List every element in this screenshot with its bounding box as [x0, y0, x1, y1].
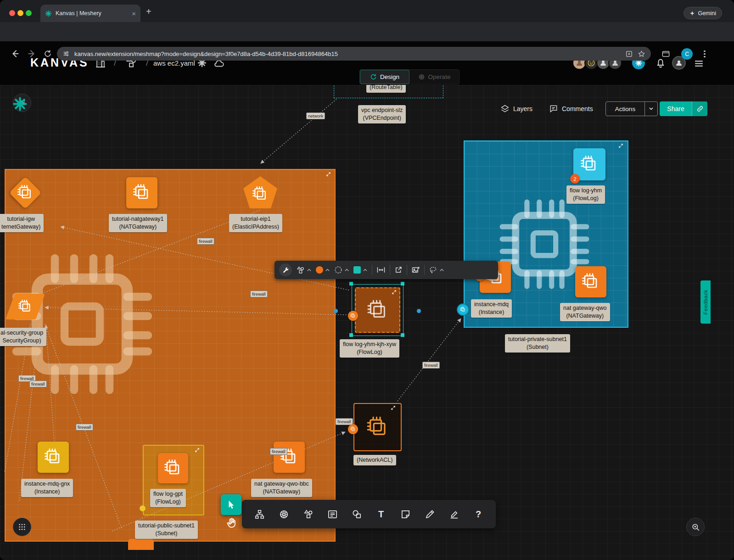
feedback-tab[interactable]: Feedback [700, 280, 711, 324]
new-tab-button[interactable]: + [146, 6, 151, 17]
chip-icon [367, 299, 389, 321]
tab-design[interactable]: Design [360, 70, 409, 84]
vpc-endpoint-label[interactable]: vpc endpoint-slz(VPCEndpoint) [358, 105, 406, 123]
flowlog-selected-label[interactable]: flow log-yhm-kjh-xyw(FlowLog) [340, 339, 399, 358]
security-group-node[interactable] [10, 294, 40, 319]
lasso-select-button[interactable] [429, 266, 444, 274]
actions-button[interactable]: Actions [606, 102, 644, 116]
select-tool-button[interactable] [221, 494, 241, 515]
save-icon[interactable] [625, 50, 633, 58]
elastic-ip-node[interactable] [243, 176, 277, 208]
flowlog-gpt-node[interactable] [158, 453, 188, 483]
address-bar[interactable]: kanvas.new/extension/meshmap?mode=design… [57, 47, 651, 61]
chip-icon [252, 186, 269, 202]
selection-handle-se[interactable] [401, 333, 404, 337]
add-image-button[interactable] [411, 266, 420, 274]
network-acl-badge[interactable] [348, 424, 358, 434]
forward-button[interactable] [27, 49, 37, 59]
comments-button[interactable]: Comments [549, 101, 593, 116]
connect-nodes-tool[interactable] [252, 507, 267, 521]
pan-tool-button[interactable] [226, 517, 238, 529]
nat-gateway-bbc-label[interactable]: nat gateway-qwo-bbc(NATGateway) [251, 479, 312, 497]
nat-gateway-bbc-node[interactable] [274, 442, 305, 473]
nat-gateway-qwo-node[interactable] [575, 266, 606, 297]
copy-link-button[interactable] [692, 101, 707, 116]
selection-style-button[interactable] [353, 266, 368, 274]
connection-port-left[interactable] [334, 309, 338, 313]
edge-label-firewall: firewall [422, 362, 440, 369]
marker-tool[interactable] [447, 507, 461, 521]
nat-gateway-1-node[interactable] [126, 177, 157, 208]
network-acl-label[interactable]: (NetworkACL) [353, 455, 396, 465]
gemini-button[interactable]: Gemini [684, 7, 722, 19]
flowlog-selected-badge[interactable] [348, 311, 358, 321]
fill-color-button[interactable] [316, 266, 330, 274]
sticky-note-tool[interactable] [398, 507, 413, 521]
connection-port-right[interactable] [417, 309, 421, 313]
nat-gateway-1-label[interactable]: tutorial-natgateway1(NATGateway) [109, 214, 167, 232]
tab-close-icon[interactable]: × [132, 10, 136, 17]
clipped-node[interactable] [128, 539, 154, 550]
kubernetes-tool[interactable] [276, 507, 291, 521]
instance-gnx-node[interactable] [38, 442, 69, 473]
notifications-bell-icon[interactable] [655, 57, 666, 68]
expand-icon[interactable] [392, 290, 397, 295]
browser-panel-icon[interactable] [661, 50, 670, 58]
private-subnet-label[interactable]: tutorial-private-subnet1(Subnet) [505, 334, 570, 353]
panel-icon [327, 509, 338, 520]
layers-button[interactable]: Layers [500, 101, 532, 116]
media-tool[interactable] [349, 507, 364, 521]
selection-handle-sw[interactable] [349, 333, 353, 337]
tab-operate[interactable]: Operate [409, 70, 459, 84]
browser-tab[interactable]: Kanvas | Meshery × [40, 5, 140, 22]
instance-gnx-label[interactable]: instance-mdq-gnx(Instance) [21, 479, 73, 497]
share-button[interactable]: Share [660, 101, 692, 116]
open-in-new-button[interactable] [394, 266, 403, 274]
expand-icon[interactable] [195, 448, 200, 453]
window-zoom-button[interactable] [26, 10, 32, 16]
actions-dropdown-button[interactable] [644, 102, 657, 116]
selection-handle-ne[interactable] [401, 282, 404, 286]
back-button[interactable] [10, 49, 20, 59]
selection-handle-nw[interactable] [349, 282, 353, 286]
site-settings-icon[interactable] [62, 50, 70, 57]
resize-width-button[interactable] [376, 265, 386, 274]
subnet-chip-watermark [5, 232, 162, 416]
nat-gateway-qwo-label[interactable]: nat gateway-qwo(NATGateway) [560, 303, 610, 321]
shapes-tool[interactable] [301, 507, 315, 521]
flowlog-gpt-port-dot[interactable] [140, 505, 146, 511]
text-tool[interactable]: T [374, 507, 388, 521]
internet-gateway-label[interactable]: tutorial-igwternetGateway) [0, 214, 44, 232]
window-close-button[interactable] [9, 10, 15, 16]
public-subnet-label[interactable]: tutorial-public-subnet1(Subnet) [135, 521, 198, 539]
app-menu-icon[interactable] [693, 58, 705, 69]
browser-profile-avatar[interactable]: C [681, 48, 693, 60]
help-button[interactable]: ? [471, 507, 486, 521]
reload-button[interactable] [43, 49, 52, 58]
note-icon [400, 509, 411, 520]
notes-panel-tool[interactable] [325, 507, 340, 521]
instance-mdq-label[interactable]: instance-mdq(Instance) [471, 299, 512, 318]
expand-icon[interactable] [391, 405, 396, 410]
apps-grid-button[interactable] [13, 518, 31, 536]
kanvas-logo-icon[interactable] [12, 96, 28, 112]
subnet-connection-handle[interactable] [457, 303, 469, 316]
window-minimize-button[interactable] [17, 10, 23, 16]
chip-icon [350, 313, 356, 319]
flowlog-yhm-label[interactable]: flow log-yhm(FlowLog) [566, 185, 605, 204]
node-settings-button[interactable] [279, 263, 292, 276]
stroke-style-button[interactable] [334, 266, 349, 274]
expand-icon[interactable] [326, 172, 331, 177]
flowlog-gpt-label[interactable]: flow log-gpt(FlowLog) [150, 489, 186, 507]
bookmark-star-icon[interactable] [638, 50, 645, 58]
expand-icon[interactable] [618, 143, 623, 148]
zoom-search-button[interactable] [686, 518, 705, 536]
elastic-ip-label[interactable]: tutorial-eip1(ElasticIPAddress) [229, 214, 282, 232]
security-group-label[interactable]: al-security-groupSecurityGroup) [0, 328, 46, 346]
internet-gateway-node[interactable] [10, 177, 41, 208]
shape-style-button[interactable] [296, 266, 312, 274]
chevron-up-icon [307, 268, 312, 272]
browser-menu-icon[interactable] [704, 49, 706, 59]
cursor-icon [226, 500, 236, 510]
pen-tool[interactable] [422, 507, 437, 521]
